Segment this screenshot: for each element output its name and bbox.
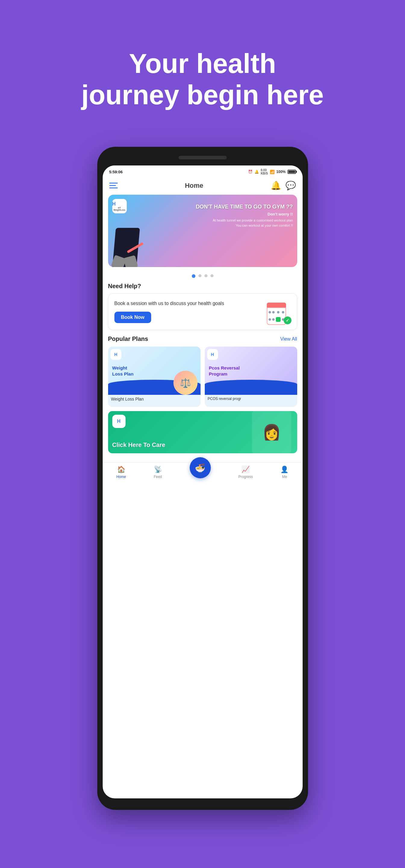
banner-text: DON'T HAVE TIME TO GO TO GYM ?? Don't wo… — [189, 204, 293, 228]
plan-logo-2: H — [207, 349, 218, 360]
popular-plans-header: Popular Plans View All — [103, 336, 303, 347]
plan-wave-2 — [205, 380, 297, 395]
plan-wide-title: Click Here To Care — [112, 441, 165, 448]
header-title: Home — [185, 182, 203, 190]
pcos-plan-card[interactable]: H Pcos ReversalProgram PCOS reversal pro… — [205, 347, 297, 407]
need-help-title: Need Help? — [108, 283, 297, 290]
notification-bell-icon[interactable]: 🔔 — [271, 181, 281, 190]
wide-plan-card[interactable]: H Click Here To Care 👩 — [108, 411, 297, 453]
carousel-dot-1[interactable] — [192, 274, 195, 278]
me-label: Me — [282, 475, 287, 479]
plan-card-inner-2: H Pcos ReversalProgram — [205, 347, 297, 395]
need-help-section: Need Help? Book a session with us to dis… — [103, 283, 303, 336]
home-label: Home — [116, 475, 126, 479]
plan-name-1: Weight Loss Plan — [108, 395, 201, 403]
hero-line2: journey begin here — [81, 80, 324, 110]
carousel-dot-4[interactable] — [210, 274, 213, 277]
plan-name-2: PCOS reversal progr — [205, 395, 297, 403]
help-body: Book a session with us to discuss your h… — [114, 300, 262, 307]
progress-label: Progress — [238, 475, 253, 479]
help-text: Book a session with us to discuss your h… — [114, 300, 262, 323]
me-icon: 👤 — [280, 466, 289, 473]
plan-title-2: Pcos ReversalProgram — [209, 365, 240, 377]
carousel-dot-2[interactable] — [198, 274, 201, 277]
plan-logo-1: H — [110, 349, 121, 360]
feed-label: Feed — [154, 475, 162, 479]
weight-loss-plan-card[interactable]: H WeightLoss Plan ⚖️ Weight Loss Plan — [108, 347, 201, 407]
calendar-check-badge: ✓ — [284, 316, 292, 324]
status-bar: 5:59:06 0.03KB/S 100% — [103, 165, 303, 177]
plan-title-1: WeightLoss Plan — [112, 365, 134, 377]
feed-icon: 📡 — [154, 466, 162, 473]
speed-label: 0.03KB/S — [261, 168, 268, 175]
alarm-icon — [248, 170, 252, 174]
bottom-navigation: 🏠 Home 📡 Feed 🍜 📈 Progress 👤 Me — [103, 462, 303, 485]
battery-label: 100% — [276, 170, 286, 174]
carousel-dot-3[interactable] — [204, 274, 207, 277]
banner-sub2: At health tunnel we provide a customised… — [189, 218, 293, 223]
menu-line-1 — [109, 183, 118, 184]
view-all-link[interactable]: View All — [280, 336, 297, 342]
nav-item-home[interactable]: 🏠 Home — [116, 466, 126, 479]
status-time: 5:59:06 — [109, 170, 123, 174]
menu-line-2 — [109, 185, 116, 186]
hero-section: Your health journey begin here — [0, 0, 405, 147]
battery-icon — [288, 170, 296, 174]
book-now-button[interactable]: Book Now — [114, 312, 151, 323]
food-bowl-icon: 🍜 — [195, 463, 205, 473]
phone-frame: 5:59:06 0.03KB/S 100% — [97, 147, 308, 810]
plan-person-circle-1: ⚖️ — [173, 371, 198, 395]
nav-item-food-center[interactable]: 🍜 — [190, 457, 211, 478]
banner-sub1: Don't worry !! — [189, 212, 293, 217]
calendar-body — [267, 307, 286, 325]
carousel-dots — [103, 271, 303, 283]
calendar-top-bar — [267, 303, 286, 307]
menu-button[interactable] — [109, 183, 118, 188]
plan-wide-person: 👩 — [252, 411, 291, 453]
nav-item-me[interactable]: 👤 Me — [280, 466, 289, 479]
banner-sub3: You can workout at your own comfort !! — [189, 223, 293, 228]
help-card: Book a session with us to discuss your h… — [108, 293, 297, 330]
banner-card[interactable]: H HT WeightLoss DON'T HAVE TIME TO GO TO… — [108, 195, 297, 267]
banner-person-area — [108, 195, 162, 267]
progress-icon: 📈 — [241, 466, 249, 473]
calendar-icon: ✓ — [267, 300, 291, 324]
menu-line-3 — [109, 187, 118, 188]
header-actions: 🔔 💬 — [271, 181, 296, 190]
nav-item-feed[interactable]: 📡 Feed — [154, 466, 162, 479]
popular-plans-title: Popular Plans — [108, 336, 148, 342]
app-header: Home 🔔 💬 — [103, 177, 303, 195]
plan-wide-logo: H — [112, 415, 126, 428]
phone-screen: 5:59:06 0.03KB/S 100% — [103, 165, 303, 798]
banner-section: H HT WeightLoss DON'T HAVE TIME TO GO TO… — [103, 195, 303, 271]
plans-grid: H WeightLoss Plan ⚖️ Weight Loss Plan H … — [103, 347, 303, 407]
phone-notch — [178, 156, 227, 159]
bell-status-icon — [255, 170, 259, 174]
battery-fill — [289, 170, 295, 173]
wifi-icon — [270, 170, 275, 174]
nav-item-progress[interactable]: 📈 Progress — [238, 466, 253, 479]
home-icon: 🏠 — [117, 466, 125, 473]
banner-headline: DON'T HAVE TIME TO GO TO GYM ?? — [189, 204, 293, 210]
chat-bubble-icon[interactable]: 💬 — [285, 181, 296, 190]
hero-line1: Your health — [129, 49, 276, 79]
hero-text: Your health journey begin here — [18, 24, 387, 129]
status-right-icons: 0.03KB/S 100% — [248, 168, 296, 175]
plan-card-inner-1: H WeightLoss Plan ⚖️ — [108, 347, 201, 395]
